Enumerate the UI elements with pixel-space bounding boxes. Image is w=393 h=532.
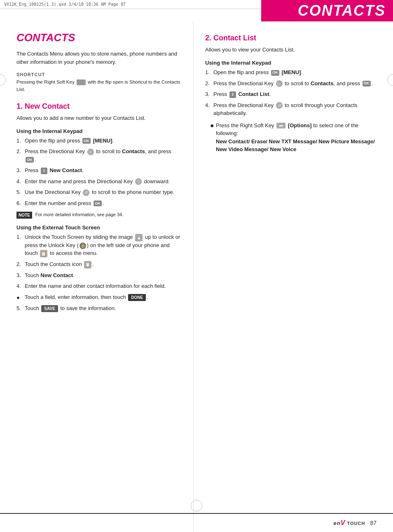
contacts-icon-2: 📋 bbox=[84, 261, 91, 268]
section1-heading: 1. New Contact bbox=[16, 102, 182, 111]
num2-icon: 2 bbox=[229, 91, 236, 98]
list-item: 5. Touch SAVE to save the information. bbox=[16, 304, 182, 313]
note-label: NOTE bbox=[16, 212, 32, 219]
num1-icon: 1 bbox=[41, 168, 47, 174]
keypad-steps-list-2: 1. Open the flip and press OK [MENU]. 2.… bbox=[205, 68, 380, 117]
options-bullet-list: ● Press the Right Soft Key ▬ [Options] t… bbox=[210, 121, 380, 154]
dir-key-icon: ▷ bbox=[87, 149, 94, 155]
keypad-steps-list-1: 1. Open the flip and press OK [MENU]. 2.… bbox=[16, 137, 182, 208]
footer-brand: enV TOUCH bbox=[334, 519, 365, 527]
dir-key-icon: ▷ bbox=[276, 80, 283, 87]
list-item: 5. Use the Directional Key ↺ to scroll t… bbox=[16, 188, 182, 196]
ok-button-icon: OK bbox=[363, 81, 371, 86]
scroll-icon: ↺ bbox=[83, 189, 89, 196]
shortcut-label: SHORTCUT bbox=[16, 72, 182, 77]
internal-keypad-heading-1: Using the Internal Keypad bbox=[16, 128, 182, 134]
page-header-line: VX11K_Eng_100225(1.3).qxd 3/4/10 10:36 A… bbox=[0, 0, 261, 9]
shortcut-text: Pressing the Right Soft Key with the fli… bbox=[16, 79, 182, 93]
contacts-icon: 📋 bbox=[40, 250, 47, 257]
ok-button-icon: OK bbox=[26, 157, 34, 163]
list-item: 6. Enter the number and press OK. bbox=[16, 199, 182, 208]
list-item: 3. Press 1 New Contact. bbox=[16, 166, 182, 175]
list-item: ● Touch a field, enter information, then… bbox=[16, 293, 182, 302]
right-column: 2. Contact List Allows you to view your … bbox=[194, 21, 393, 532]
list-item: 3. Press 2 Contact List. bbox=[205, 90, 380, 98]
list-item: ● Press the Right Soft Key ▬ [Options] t… bbox=[210, 121, 380, 154]
touch-steps-list: 1. Unlock the Touch Screen by sliding th… bbox=[16, 233, 182, 312]
dir-down-icon: ▽ bbox=[135, 178, 142, 185]
ok-button-icon: OK bbox=[94, 201, 102, 206]
list-item: 4. Press the Directional Key ↺ to scroll… bbox=[205, 101, 380, 117]
list-item: 2. Press the Directional Key ▷ to scroll… bbox=[205, 79, 380, 88]
footer-page-number: 87 bbox=[370, 520, 377, 526]
slide-icon: ▲ bbox=[135, 234, 143, 241]
internal-keypad-heading-2: Using the Internal Keypad bbox=[205, 60, 380, 66]
footer: enV TOUCH 87 bbox=[0, 513, 393, 532]
list-item: 1. Open the flip and press OK [MENU]. bbox=[205, 68, 380, 77]
page-title: CONTACTS bbox=[298, 2, 386, 19]
section2-desc: Allows you to view your Contacts List. bbox=[205, 46, 380, 54]
external-touch-heading: Using the External Touch Screen bbox=[16, 224, 182, 231]
done-button: DONE bbox=[128, 294, 146, 301]
header-bar: CONTACTS bbox=[261, 0, 393, 21]
ok-button-icon: OK bbox=[82, 138, 91, 144]
intro-text: The Contacts Menu allows you to store na… bbox=[16, 50, 182, 66]
right-soft-key-icon bbox=[77, 79, 86, 85]
list-item: 2. Press the Directional Key ▷ to scroll… bbox=[16, 147, 182, 163]
scroll-icon-2: ↺ bbox=[276, 102, 283, 109]
section2-heading: 2. Contact List bbox=[205, 34, 380, 42]
list-item: 4. Enter the name and press the Directio… bbox=[16, 177, 182, 186]
list-item: 3. Touch New Contact. bbox=[16, 271, 182, 280]
list-item: 1. Open the flip and press OK [MENU]. bbox=[16, 137, 182, 145]
list-item: 4. Enter the name and other contact info… bbox=[16, 282, 182, 290]
right-soft-key-icon-2: ▬ bbox=[276, 123, 285, 128]
list-item: 2. Touch the Contacts icon 📋. bbox=[16, 260, 182, 268]
save-button: SAVE bbox=[41, 305, 58, 312]
section1-desc: Allows you to add a new number to your C… bbox=[16, 114, 182, 122]
note-text: For more detailed information, see page … bbox=[35, 211, 123, 218]
main-content: CONTACTS The Contacts Menu allows you to… bbox=[0, 21, 393, 532]
left-column: CONTACTS The Contacts Menu allows you to… bbox=[0, 21, 194, 532]
unlock-key-icon: 🔒 bbox=[80, 243, 86, 249]
contacts-main-title: CONTACTS bbox=[16, 31, 182, 44]
list-item: 1. Unlock the Touch Screen by sliding th… bbox=[16, 233, 182, 257]
ok-button-icon: OK bbox=[271, 70, 279, 76]
page-header-text: VX11K_Eng_100225(1.3).qxd 3/4/10 10:36 A… bbox=[4, 2, 126, 7]
note-box: NOTE For more detailed information, see … bbox=[16, 211, 182, 219]
